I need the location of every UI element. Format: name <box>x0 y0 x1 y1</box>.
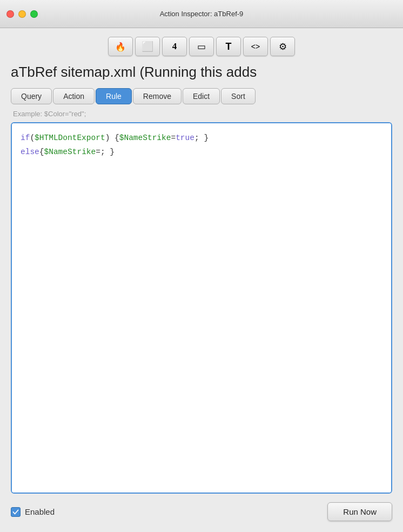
tab-edict[interactable]: Edict <box>183 88 220 104</box>
layout-toolbar-button[interactable]: ▭ <box>189 37 214 56</box>
tab-action[interactable]: Action <box>53 88 95 104</box>
run-now-button[interactable]: Run Now <box>327 502 392 521</box>
bottom-bar: Enabled Run Now <box>11 502 392 521</box>
code-display[interactable]: if($HTMLDontExport) {$NameStrike=true; }… <box>12 123 391 493</box>
tab-rule[interactable]: Rule <box>96 88 132 104</box>
code-editor-wrapper: if($HTMLDontExport) {$NameStrike=true; }… <box>11 122 392 494</box>
close-button[interactable] <box>6 10 14 18</box>
maximize-button[interactable] <box>30 10 38 18</box>
tab-sort[interactable]: Sort <box>221 88 256 104</box>
code-toolbar-button[interactable]: <> <box>243 37 268 56</box>
main-content: 🔥 ⬜ 4 ▭ T <> ⚙ aTbRef sitemap.xml (Runni… <box>0 28 403 532</box>
tab-bar: Query Action Rule Remove Edict Sort <box>11 88 392 104</box>
minimize-button[interactable] <box>18 10 26 18</box>
window-title: Action Inspector: aTbRef-9 <box>160 10 244 18</box>
gear-toolbar-button[interactable]: ⚙ <box>270 37 295 56</box>
enabled-label: Enabled <box>25 507 55 516</box>
square-toolbar-button[interactable]: ⬜ <box>135 37 160 56</box>
enabled-row: Enabled <box>11 507 55 517</box>
action-title: aTbRef sitemap.xml (Running this adds <box>11 64 392 81</box>
fire-toolbar-button[interactable]: 🔥 <box>108 37 133 56</box>
text-toolbar-button[interactable]: T <box>216 37 241 56</box>
enabled-checkbox[interactable] <box>11 507 21 517</box>
toolbar: 🔥 ⬜ 4 ▭ T <> ⚙ <box>11 37 392 56</box>
tab-query[interactable]: Query <box>11 88 52 104</box>
four-toolbar-button[interactable]: 4 <box>162 37 187 56</box>
window-controls <box>6 10 38 18</box>
tab-remove[interactable]: Remove <box>133 88 182 104</box>
code-placeholder-hint: Example: $Color="red"; <box>11 110 392 118</box>
title-bar: Action Inspector: aTbRef-9 <box>0 0 403 28</box>
